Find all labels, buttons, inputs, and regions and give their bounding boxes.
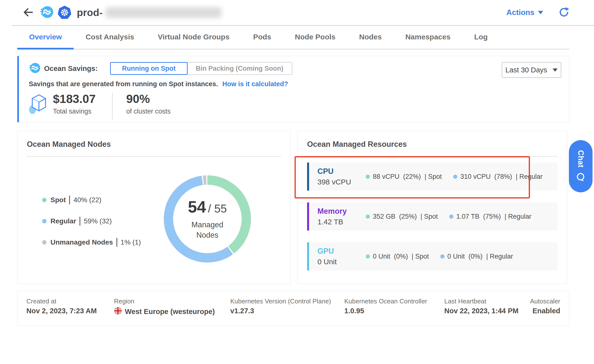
- total-savings-label: Total savings: [53, 108, 96, 115]
- spot-dot-icon: [366, 175, 370, 179]
- chat-label: Chat: [576, 150, 585, 168]
- savings-cube-icon: [29, 93, 49, 116]
- cluster-costs-percent-value: 90%: [126, 93, 171, 105]
- cpu-total: 398 vCPU: [317, 178, 366, 186]
- savings-toggle-group: Running on Spot Bin Packing (Coming Soon…: [110, 62, 292, 75]
- cpu-resource-row: CPU 398 vCPU 88 vCPU (22%) | Spot 310 vC…: [307, 163, 558, 191]
- tab-bar: Overview Cost Analysis Virtual Node Grou…: [17, 25, 569, 50]
- spot-dot-icon: [366, 215, 370, 219]
- ocean-savings-icon: [29, 62, 41, 75]
- cards-row: Ocean Managed Nodes Spot 40% (22) Regula…: [17, 131, 569, 284]
- actions-label: Actions: [506, 8, 534, 17]
- tab-cost-analysis[interactable]: Cost Analysis: [74, 25, 146, 49]
- card-divider: [307, 156, 558, 157]
- unmanaged-dot-icon: [42, 240, 47, 245]
- metric-divider: [112, 93, 113, 119]
- managed-nodes-donut: 54 / 55 Managed Nodes: [162, 173, 253, 265]
- tab-pods[interactable]: Pods: [241, 25, 283, 49]
- ocean-logo-icon: [40, 5, 54, 20]
- gpu-total: 0 Unit: [317, 258, 366, 266]
- back-button[interactable]: [21, 6, 34, 19]
- tab-nodes[interactable]: Nodes: [347, 25, 394, 49]
- how-is-it-calculated-link[interactable]: How is it calculated?: [222, 80, 288, 88]
- ocean-savings-banner: Ocean Savings: Running on Spot Bin Packi…: [17, 56, 569, 122]
- nodes-legend: Spot 40% (22) Regular 59% (32) Unmanaged…: [42, 196, 141, 259]
- legend-item-regular: Regular 59% (32): [42, 217, 141, 226]
- autoscaler-label: Autoscaler: [530, 298, 560, 305]
- regular-dot-icon: [449, 215, 453, 219]
- cluster-title-redacted: [106, 7, 221, 18]
- legend-item-unmanaged: Unmanaged Nodes 1% (1): [42, 238, 141, 247]
- chevron-down-icon: [538, 11, 543, 14]
- legend-label: Regular: [50, 217, 76, 225]
- chat-button[interactable]: Chat: [569, 140, 593, 192]
- tab-log[interactable]: Log: [462, 25, 499, 49]
- total-nodes-count: / 55: [208, 202, 227, 215]
- memory-label: Memory: [317, 207, 366, 216]
- regular-dot-icon: [42, 219, 47, 223]
- chevron-down-icon: [553, 68, 558, 72]
- tab-namespaces[interactable]: Namespaces: [394, 25, 462, 49]
- regular-dot-icon: [453, 175, 457, 179]
- legend-value: 1% (1): [121, 238, 141, 246]
- created-at-value: Nov 2, 2023, 7:23 AM: [26, 307, 97, 315]
- tab-overview[interactable]: Overview: [17, 25, 74, 49]
- legend-value: 59% (32): [84, 217, 112, 225]
- ocean-controller-value: 1.0.95: [344, 307, 364, 315]
- legend-item-spot: Spot 40% (22): [42, 196, 141, 204]
- memory-regular-stat: 1.07 TB (75%) | Regular: [449, 213, 531, 220]
- legend-separator: [116, 238, 117, 247]
- gpu-spot-stat: 0 Unit (0%) | Spot: [366, 253, 429, 260]
- period-dropdown-value: Last 30 Days: [505, 66, 547, 74]
- tab-virtual-node-groups[interactable]: Virtual Node Groups: [146, 25, 241, 49]
- managed-resources-card-title: Ocean Managed Resources: [307, 140, 558, 149]
- managed-nodes-card-title: Ocean Managed Nodes: [27, 140, 281, 149]
- cpu-label: CPU: [317, 167, 366, 176]
- ocean-managed-resources-card: Ocean Managed Resources CPU 398 vCPU 88 …: [297, 131, 567, 284]
- card-divider: [27, 156, 281, 157]
- cpu-regular-stat: 310 vCPU (78%) | Regular: [453, 173, 543, 181]
- cpu-spot-stat: 88 vCPU (22%) | Spot: [366, 173, 442, 181]
- back-arrow-icon: [22, 7, 33, 19]
- donut-caption: Managed Nodes: [180, 220, 234, 240]
- autoscaler-value: Enabled: [532, 307, 560, 315]
- running-on-spot-toggle[interactable]: Running on Spot: [110, 62, 188, 75]
- cluster-info-bar: Created at Nov 2, 2023, 7:23 AM Region W…: [17, 291, 569, 326]
- ocean-savings-title: Ocean Savings:: [44, 65, 98, 73]
- savings-description: Savings that are generated from running …: [29, 80, 218, 88]
- last-heartbeat-value: Nov 22, 2023, 1:44 PM: [444, 307, 518, 315]
- cluster-title: prod-: [77, 7, 103, 18]
- k8s-version-value: v1.27.3: [230, 307, 254, 315]
- legend-label: Spot: [50, 196, 66, 204]
- memory-resource-row: Memory 1.42 TB 352 GB (25%) | Spot 1.07 …: [307, 202, 558, 231]
- actions-button[interactable]: Actions: [506, 8, 543, 17]
- legend-separator: [80, 217, 80, 226]
- gpu-regular-stat: 0 Unit (0%) | Regular: [440, 253, 513, 260]
- uk-flag-icon: [114, 307, 122, 316]
- cluster-costs-percent-label: of cluster costs: [126, 108, 171, 115]
- tab-node-pools[interactable]: Node Pools: [283, 25, 347, 49]
- regular-dot-icon: [440, 254, 445, 259]
- refresh-button[interactable]: [559, 7, 569, 18]
- ocean-managed-nodes-card: Ocean Managed Nodes Spot 40% (22) Regula…: [17, 131, 291, 284]
- refresh-icon: [559, 15, 569, 18]
- legend-separator: [69, 196, 70, 204]
- ocean-controller-label: Kubernetes Ocean Controller: [344, 298, 427, 305]
- period-dropdown[interactable]: Last 30 Days: [502, 62, 561, 78]
- spot-dot-icon: [42, 198, 47, 202]
- chat-bubble-icon: [576, 172, 586, 182]
- region-label: Region: [114, 298, 134, 305]
- bin-packing-toggle[interactable]: Bin Packing (Coming Soon): [187, 62, 292, 75]
- kubernetes-logo-icon: ☸: [58, 6, 71, 19]
- legend-label: Unmanaged Nodes: [50, 238, 113, 246]
- memory-spot-stat: 352 GB (25%) | Spot: [366, 213, 438, 220]
- created-at-label: Created at: [26, 298, 56, 305]
- gpu-label: GPU: [317, 247, 366, 256]
- k8s-version-label: Kubernetes Version (Control Plane): [230, 298, 331, 305]
- memory-total: 1.42 TB: [317, 218, 366, 226]
- gpu-resource-row: GPU 0 Unit 0 Unit (0%) | Spot 0 Unit (0%…: [307, 242, 558, 270]
- donut-center-text: 54 / 55 Managed Nodes: [162, 173, 253, 265]
- legend-value: 40% (22): [73, 196, 101, 204]
- region-value: West Europe (westeurope): [114, 307, 215, 316]
- spot-dot-icon: [366, 254, 370, 259]
